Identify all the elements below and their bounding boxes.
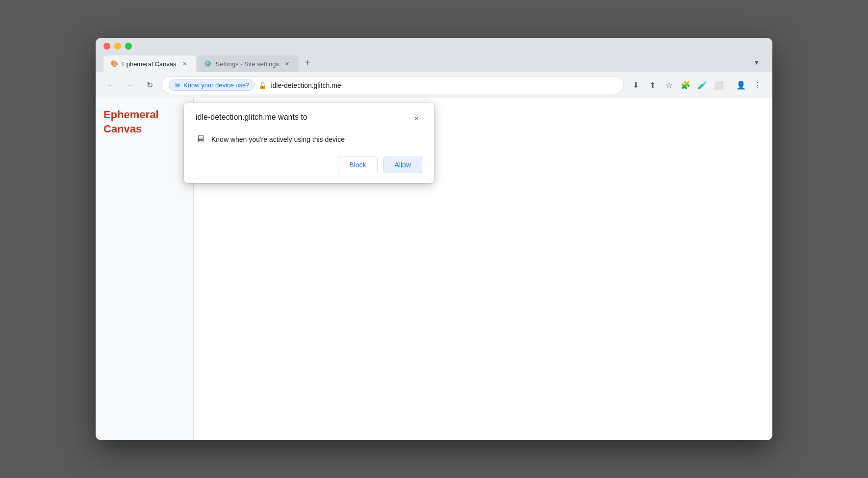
device-icon: 🖥 (174, 81, 180, 89)
flask-button[interactable]: 🧪 (694, 78, 710, 93)
profile-button[interactable]: 👤 (733, 78, 749, 93)
tab-favicon-1: 🎨 (110, 60, 118, 68)
window-controls (103, 43, 765, 50)
minimize-button[interactable] (114, 43, 121, 50)
refresh-button[interactable]: ↻ (142, 78, 157, 93)
permission-chip-text: Know your device use? (183, 81, 249, 89)
device-permission-icon: 🖥 (196, 133, 205, 145)
dialog-permission-row: 🖥 Know when you're actively using this d… (196, 133, 422, 145)
dialog-title: idle-detection.glitch.me wants to (196, 113, 307, 122)
toolbar-divider (730, 80, 730, 90)
tab-dropdown-button[interactable]: ▼ (749, 54, 765, 70)
forward-icon: → (126, 81, 134, 90)
tab-favicon-2: ⚙️ (204, 60, 212, 68)
bookmark-button[interactable]: ☆ (661, 78, 677, 93)
profile-icon: 👤 (736, 80, 746, 90)
dialog-close-button[interactable]: × (410, 113, 422, 125)
toolbar-icons: ⬇ ⬆ ☆ 🧩 🧪 ⬜ 👤 ⋮ (628, 78, 766, 93)
sidebar: Ephemeral Canvas (96, 98, 194, 440)
extensions-icon: 🧩 (681, 80, 690, 90)
address-bar[interactable]: 🖥 Know your device use? 🔒 idle-detection… (161, 76, 624, 94)
dialog-header: idle-detection.glitch.me wants to × (196, 113, 422, 125)
dialog-actions: Block Allow (196, 157, 422, 173)
allow-button[interactable]: Allow (383, 157, 422, 173)
toolbar: ← → ↻ 🖥 Know your device use? 🔒 idle-det… (96, 72, 772, 98)
flask-icon: 🧪 (697, 80, 707, 90)
site-title: Ephemeral Canvas (103, 108, 185, 136)
close-button[interactable] (103, 43, 110, 50)
share-button[interactable]: ⬆ (644, 78, 660, 93)
share-icon: ⬆ (649, 80, 656, 90)
more-icon: ⋮ (754, 80, 762, 90)
permission-dialog: idle-detection.glitch.me wants to × 🖥 Kn… (184, 103, 434, 183)
permission-chip[interactable]: 🖥 Know your device use? (169, 80, 255, 91)
window-icon: ⬜ (714, 80, 724, 90)
maximize-button[interactable] (125, 43, 132, 50)
tab-title-1: Ephemeral Canvas (122, 60, 177, 68)
download-button[interactable]: ⬇ (628, 78, 643, 93)
tab-title-2: Settings - Site settings (216, 60, 279, 68)
new-tab-button[interactable]: + (300, 54, 315, 70)
window-button[interactable]: ⬜ (711, 78, 727, 93)
tab-settings[interactable]: ⚙️ Settings - Site settings ✕ (197, 55, 299, 72)
title-bar: 🎨 Ephemeral Canvas ✕ ⚙️ Settings - Site … (96, 38, 772, 72)
tabs-row: 🎨 Ephemeral Canvas ✕ ⚙️ Settings - Site … (103, 54, 765, 72)
url-text: idle-detection.glitch.me (271, 81, 616, 89)
back-button[interactable]: ← (102, 78, 118, 93)
refresh-icon: ↻ (147, 80, 153, 90)
more-menu-button[interactable]: ⋮ (750, 78, 766, 93)
block-button[interactable]: Block (338, 157, 377, 173)
bookmark-icon: ☆ (665, 80, 672, 90)
download-icon: ⬇ (633, 80, 639, 90)
tab-close-2[interactable]: ✕ (283, 59, 292, 68)
forward-button[interactable]: → (122, 78, 138, 93)
browser-window: 🎨 Ephemeral Canvas ✕ ⚙️ Settings - Site … (96, 38, 772, 440)
tab-close-1[interactable]: ✕ (180, 59, 189, 68)
extensions-button[interactable]: 🧩 (678, 78, 693, 93)
page-area: Ephemeral Canvas Don't move your mouse d… (96, 98, 772, 440)
lock-icon: 🔒 (258, 81, 267, 89)
tab-ephemeral-canvas[interactable]: 🎨 Ephemeral Canvas ✕ (103, 55, 196, 72)
dialog-permission-text: Know when you're actively using this dev… (211, 135, 345, 143)
back-icon: ← (106, 81, 114, 90)
